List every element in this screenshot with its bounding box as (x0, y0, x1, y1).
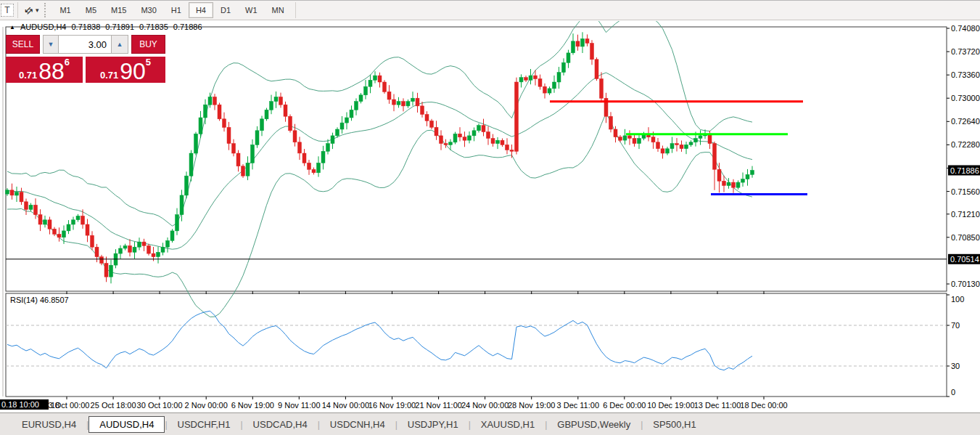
sell-price-big: 88 (38, 62, 65, 81)
svg-text:28 Nov 19:00: 28 Nov 19:00 (508, 401, 555, 410)
toolbar-grip[interactable] (44, 3, 48, 17)
svg-text:0.73720: 0.73720 (951, 47, 980, 56)
rsi-panel: 10070300RSI(14) 46.8507 (6, 295, 964, 397)
svg-text:0.71210: 0.71210 (951, 210, 980, 219)
sell-price-pip: 6 (65, 58, 70, 67)
timeframe-button-m1[interactable]: M1 (52, 2, 78, 18)
timeframe-button-m15[interactable]: M15 (104, 2, 133, 18)
timeframe-button-m30[interactable]: M30 (133, 2, 163, 18)
chart-tab-usdjpy[interactable]: USDJPY,H1 (398, 417, 469, 432)
toolbar-divider (295, 2, 296, 18)
svg-text:0.73360: 0.73360 (951, 70, 980, 79)
buy-price-display[interactable]: 0.71 90 5 (86, 57, 165, 83)
svg-text:21 Nov 11:00: 21 Nov 11:00 (415, 401, 462, 410)
chart-tab-gbpusd[interactable]: GBPUSD,Weekly (547, 417, 641, 432)
svg-text:0.72280: 0.72280 (951, 140, 980, 149)
svg-text:30 Oct 10:00: 30 Oct 10:00 (137, 401, 183, 410)
svg-text:2 Nov 00:00: 2 Nov 00:00 (185, 401, 228, 410)
cursor-mode-button[interactable]: ⇆ ▾ (22, 4, 41, 17)
volume-input[interactable]: 3.00 (59, 35, 111, 54)
one-click-trading-panel: SELL ▼ 3.00 ▲ BUY 0.71 88 6 0.71 90 5 (6, 35, 165, 83)
chart-tab-audusd[interactable]: AUDUSD,H4 (88, 416, 165, 433)
svg-text:16 Nov 19:00: 16 Nov 19:00 (368, 401, 416, 410)
svg-text:100: 100 (951, 295, 964, 304)
svg-text:0.71886: 0.71886 (950, 166, 979, 175)
timeframe-button-h4[interactable]: H4 (189, 2, 213, 18)
text-tool-icon[interactable]: T (1, 4, 14, 17)
svg-text:70: 70 (951, 321, 960, 330)
open-value: 0.71838 (72, 23, 101, 31)
chart-tab-usdcad[interactable]: USDCAD,H4 (243, 417, 318, 432)
diagonal-arrows-icon: ⇆ (22, 4, 35, 17)
timeframe-button-d1[interactable]: D1 (213, 2, 238, 18)
svg-text:18: 18 (51, 401, 59, 410)
svg-text:6 Dec 00:00: 6 Dec 00:00 (603, 401, 646, 410)
rsi-indicator-label: RSI(14) 46.8507 (10, 296, 69, 304)
timeframe-buttons: M1M5M15M30H1H4D1W1MN (52, 2, 291, 18)
svg-text:0.71560: 0.71560 (951, 187, 980, 196)
toolbar-divider (17, 2, 18, 18)
svg-text:14 Nov 00:00: 14 Nov 00:00 (322, 401, 369, 410)
timeframe-toolbar: T ⇆ ▾ M1M5M15M30H1H4D1W1MN (0, 1, 980, 20)
chart-tab-usdcnh[interactable]: USDCNH,H4 (320, 417, 395, 432)
svg-text:30: 30 (951, 362, 960, 370)
volume-decrease-button[interactable]: ▼ (43, 35, 59, 54)
svg-text:0: 0 (951, 388, 955, 397)
rsi-line (7, 311, 752, 370)
price-axis[interactable]: 0.740800.737200.733600.730000.726400.722… (947, 24, 980, 288)
buy-price-big: 90 (120, 62, 146, 81)
svg-text:0.18 10:00: 0.18 10:00 (1, 400, 39, 409)
close-value: 0.71886 (173, 23, 202, 31)
svg-text:0.74080: 0.74080 (951, 24, 980, 33)
timeframe-button-m5[interactable]: M5 (78, 2, 104, 18)
svg-text:9 Nov 11:00: 9 Nov 11:00 (278, 401, 321, 410)
volume-increase-button[interactable]: ▲ (111, 35, 128, 54)
chart-tab-bar: EURUSD,H4|AUDUSD,H4|USDCHF,H1|USDCAD,H4|… (0, 412, 980, 435)
timeframe-button-w1[interactable]: W1 (238, 2, 265, 18)
svg-text:0.72640: 0.72640 (951, 117, 980, 126)
symbol-marker-icon: ▲ (9, 24, 15, 31)
svg-text:25 Oct 18:00: 25 Oct 18:00 (91, 401, 136, 410)
low-value: 0.71835 (139, 23, 168, 31)
svg-text:18 Dec 00:00: 18 Dec 00:00 (740, 401, 787, 410)
chart-tab-sp500[interactable]: SP500,H1 (643, 417, 706, 432)
mt4-window: T ⇆ ▾ M1M5M15M30H1H4D1W1MN 0.740800.7372… (0, 0, 980, 435)
chart-ohlc-header: ▲ AUDUSD,H4 0.71838 0.71891 0.71835 0.71… (9, 23, 202, 31)
svg-text:13 Dec 11:00: 13 Dec 11:00 (694, 401, 741, 410)
chart-tab-usdchf[interactable]: USDCHF,H1 (168, 417, 241, 432)
chevron-down-icon[interactable]: ▾ (36, 7, 39, 14)
sell-button[interactable]: SELL (6, 35, 40, 54)
buy-price-pip: 5 (146, 58, 151, 67)
svg-text:10 Dec 19:00: 10 Dec 19:00 (647, 401, 694, 410)
sell-price-prefix: 0.71 (19, 70, 37, 81)
symbol-period-label: AUDUSD,H4 (20, 23, 67, 31)
bollinger-middle (7, 73, 752, 249)
time-axis[interactable]: 23 Oct 00:0025 Oct 18:0030 Oct 10:002 No… (0, 291, 788, 410)
buy-price-prefix: 0.71 (100, 70, 118, 81)
svg-text:0.70130: 0.70130 (951, 280, 980, 288)
horizontal-lines (6, 102, 947, 259)
sell-price-display[interactable]: 0.71 88 6 (6, 57, 83, 83)
svg-text:0.70850: 0.70850 (951, 233, 980, 242)
svg-text:3 Dec 11:00: 3 Dec 11:00 (557, 401, 600, 410)
high-value: 0.71891 (105, 23, 134, 31)
buy-button[interactable]: BUY (131, 35, 165, 54)
svg-text:0.70514: 0.70514 (950, 255, 979, 264)
svg-text:0.73000: 0.73000 (951, 94, 980, 102)
svg-text:24 Nov 00:00: 24 Nov 00:00 (461, 401, 508, 410)
chart-tab-xauusd[interactable]: XAUUSD,H1 (471, 417, 545, 432)
chart-tab-eurusd[interactable]: EURUSD,H4 (12, 417, 86, 432)
svg-text:6 Nov 19:00: 6 Nov 19:00 (231, 401, 274, 410)
timeframe-button-mn[interactable]: MN (265, 2, 292, 18)
timeframe-button-h1[interactable]: H1 (164, 2, 189, 18)
